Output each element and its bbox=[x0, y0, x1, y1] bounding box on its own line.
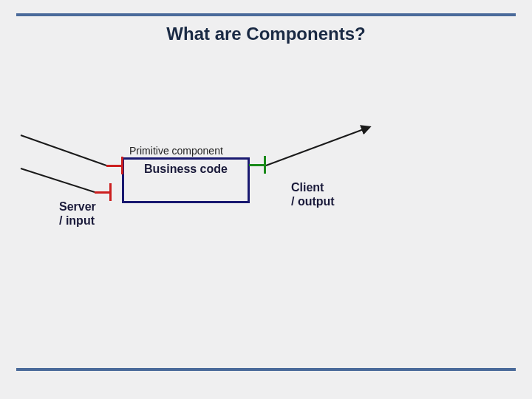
slide-title: What are Components? bbox=[0, 24, 532, 44]
server-label: Server / input bbox=[59, 200, 96, 228]
server-port-upper-icon bbox=[106, 157, 123, 174]
component-caption: Primitive component bbox=[129, 145, 223, 157]
client-label-line2: / output bbox=[291, 195, 335, 208]
client-label: Client / output bbox=[291, 180, 335, 208]
client-port-icon bbox=[249, 156, 265, 174]
input-wire-upper bbox=[21, 135, 106, 166]
server-label-line1: Server bbox=[59, 200, 96, 213]
top-rule bbox=[16, 13, 516, 16]
server-label-line2: / input bbox=[59, 214, 95, 227]
slide: What are Components? Primitive component… bbox=[0, 0, 532, 399]
client-label-line1: Client bbox=[291, 181, 324, 194]
component-inner-label: Business code bbox=[124, 163, 248, 176]
component-box: Business code bbox=[122, 157, 250, 203]
server-port-lower-icon bbox=[95, 183, 111, 201]
bottom-rule bbox=[16, 368, 516, 371]
output-wire bbox=[266, 127, 369, 166]
input-wire-lower bbox=[21, 168, 95, 192]
